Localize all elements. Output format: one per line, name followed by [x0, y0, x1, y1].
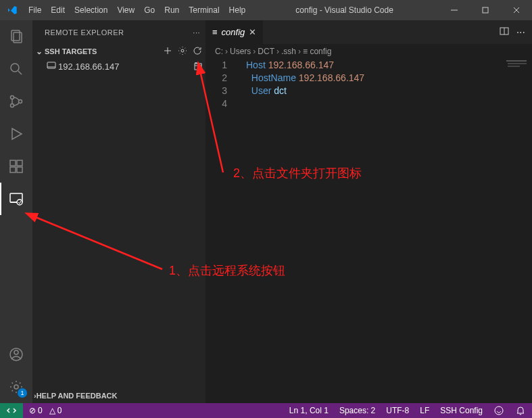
svg-point-3: [11, 64, 19, 72]
plus-icon[interactable]: [162, 45, 173, 57]
menu-go[interactable]: Go: [139, 0, 160, 20]
accounts-icon[interactable]: [0, 338, 32, 371]
feedback-icon[interactable]: [491, 405, 506, 416]
close-button[interactable]: [501, 0, 532, 20]
warning-icon: △: [49, 406, 55, 415]
maximize-button[interactable]: [470, 0, 501, 20]
svg-point-5: [11, 104, 14, 108]
minimize-button[interactable]: [439, 0, 470, 20]
file-icon: ≡: [212, 27, 218, 37]
window-controls: [439, 0, 532, 20]
remote-indicator[interactable]: [0, 403, 23, 418]
svg-rect-18: [195, 64, 201, 70]
sidebar-title-text: REMOTE EXPLORER: [45, 28, 193, 37]
minimap[interactable]: [505, 59, 532, 79]
sidebar-footer[interactable]: › HELP AND FEEDBACK: [32, 388, 205, 403]
close-icon[interactable]: ✕: [249, 27, 256, 37]
sidebar-more-icon[interactable]: ···: [193, 28, 200, 37]
tabs: ≡ config ✕ ···: [205, 20, 532, 44]
chevron-down-icon: ⌄: [34, 47, 45, 56]
bell-icon[interactable]: [513, 405, 528, 416]
svg-rect-8: [10, 167, 16, 172]
menu-help[interactable]: Help: [224, 0, 251, 20]
svg-rect-20: [506, 60, 527, 62]
svg-rect-7: [10, 160, 16, 166]
ssh-host-row[interactable]: 192.168.66.147: [32, 59, 205, 74]
code-lines: Host 192.168.66.147 HostName 192.168.66.…: [246, 59, 364, 110]
more-icon[interactable]: ···: [516, 26, 525, 39]
svg-point-4: [11, 96, 14, 99]
warnings-item[interactable]: △0: [47, 406, 64, 415]
crumb-ssh[interactable]: .ssh: [281, 47, 296, 56]
extensions-icon[interactable]: [0, 150, 32, 183]
menu-edit[interactable]: Edit: [46, 0, 70, 20]
activity-bar: 1: [0, 20, 32, 403]
menu-view[interactable]: View: [112, 0, 139, 20]
search-icon[interactable]: [0, 53, 32, 85]
svg-rect-17: [47, 62, 55, 68]
footer-label: HELP AND FEEDBACK: [37, 392, 118, 400]
svg-point-12: [17, 200, 22, 205]
menu-run[interactable]: Run: [160, 0, 184, 20]
svg-rect-22: [508, 66, 520, 67]
sidebar-section-ssh[interactable]: ⌄ SSH TARGETS: [32, 44, 205, 59]
cursor-position[interactable]: Ln 1, Col 1: [287, 406, 331, 415]
encoding[interactable]: UTF-8: [384, 406, 411, 415]
svg-rect-10: [17, 160, 22, 166]
refresh-icon[interactable]: [192, 45, 203, 57]
status-bar: ⊘0 △0 Ln 1, Col 1 Spaces: 2 UTF-8 LF SSH…: [0, 403, 532, 418]
section-label: SSH TARGETS: [45, 47, 162, 55]
gear-icon[interactable]: [177, 45, 188, 57]
host-name: 192.168.66.147: [58, 62, 192, 72]
svg-rect-9: [17, 167, 22, 172]
eol[interactable]: LF: [418, 406, 431, 415]
debug-icon[interactable]: [0, 118, 32, 150]
crumb-c[interactable]: C:: [215, 47, 223, 56]
main-menu: File Edit Selection View Go Run Terminal…: [24, 0, 250, 20]
language-mode[interactable]: SSH Config: [438, 406, 485, 415]
breadcrumbs[interactable]: C:› Users› DCT› .ssh› ≡ config: [205, 44, 532, 59]
svg-point-14: [14, 350, 18, 354]
editor-area: ≡ config ✕ ··· C:› Users› DCT› .ssh› ≡ c…: [205, 20, 532, 403]
errors-item[interactable]: ⊘0: [27, 406, 45, 415]
tab-config[interactable]: ≡ config ✕: [205, 20, 264, 44]
monitor-icon: [46, 60, 58, 73]
explorer-icon[interactable]: [0, 20, 32, 53]
split-icon[interactable]: [499, 26, 510, 39]
svg-point-6: [19, 100, 22, 103]
new-window-icon[interactable]: [192, 60, 203, 73]
crumb-config[interactable]: ≡ config: [303, 47, 331, 56]
remote-explorer-icon[interactable]: [0, 183, 32, 215]
svg-rect-0: [483, 7, 488, 13]
crumb-dct[interactable]: DCT: [258, 47, 274, 56]
error-icon: ⊘: [29, 406, 36, 415]
svg-point-23: [495, 407, 503, 415]
crumb-users[interactable]: Users: [230, 47, 251, 56]
titlebar: File Edit Selection View Go Run Terminal…: [0, 0, 532, 20]
svg-point-15: [14, 385, 18, 389]
menu-file[interactable]: File: [24, 0, 46, 20]
sidebar-title: REMOTE EXPLORER ···: [32, 20, 205, 44]
tab-label: config: [222, 27, 245, 37]
svg-point-16: [181, 49, 184, 52]
menu-terminal[interactable]: Terminal: [184, 0, 224, 20]
gutter: 1 2 3 4: [205, 59, 239, 110]
editor[interactable]: 1 2 3 4 Host 192.168.66.147 HostName 192…: [205, 59, 532, 403]
svg-rect-21: [508, 63, 527, 64]
sidebar: REMOTE EXPLORER ··· ⌄ SSH TARGETS: [32, 20, 205, 403]
menu-selection[interactable]: Selection: [70, 0, 112, 20]
window-title: config - Visual Studio Code: [250, 5, 439, 15]
indent[interactable]: Spaces: 2: [337, 406, 377, 415]
app-logo: [0, 5, 24, 16]
update-badge: 1: [18, 388, 27, 398]
scm-icon[interactable]: [0, 85, 32, 118]
settings-gear-icon[interactable]: 1: [0, 371, 32, 403]
